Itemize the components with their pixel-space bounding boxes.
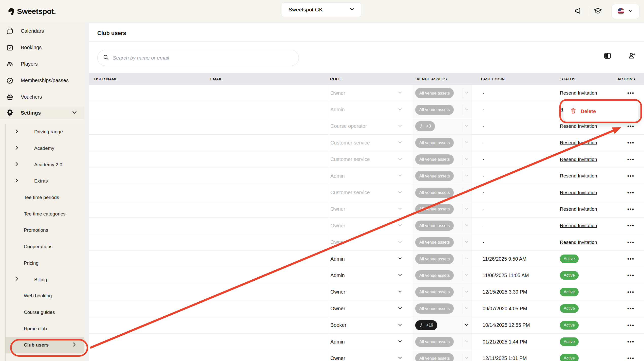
venue-assets-select[interactable]: All venue assets xyxy=(413,218,472,234)
sidebar-item-label: Players xyxy=(21,61,38,67)
column-header-email: EMAIL xyxy=(210,73,222,85)
row-actions-button[interactable]: ••• xyxy=(619,317,643,333)
venue-assets-pill: All venue assets xyxy=(415,237,454,247)
sidebar-item-billing[interactable]: Billing xyxy=(6,271,84,288)
role-select[interactable]: Course operator xyxy=(330,118,413,134)
venue-assets-select[interactable]: All venue assets xyxy=(413,151,472,168)
venue-assets-select[interactable]: All venue assets xyxy=(413,251,472,267)
role-select[interactable]: Owner xyxy=(330,234,413,250)
sidebar-item-pricing[interactable]: Pricing xyxy=(6,255,84,272)
venue-assets-select[interactable]: All venue assets xyxy=(413,201,472,217)
sidebar-item-course-guides[interactable]: Course guides xyxy=(6,304,84,321)
row-actions-button[interactable]: ••• xyxy=(619,168,643,184)
row-actions-button[interactable]: ••• xyxy=(619,151,643,168)
sidebar-item-club-users[interactable]: Club users xyxy=(6,337,84,353)
chevron-down-icon xyxy=(397,123,403,130)
role-select[interactable]: Customer service xyxy=(330,151,413,168)
role-select[interactable]: Admin xyxy=(330,168,413,184)
role-select[interactable]: Customer service xyxy=(330,184,413,201)
resend-invitation-link[interactable]: Resend Invitation xyxy=(560,140,597,146)
sidebar-item-extras[interactable]: Extras xyxy=(6,173,84,189)
sidebar-item-players[interactable]: Players xyxy=(0,56,84,72)
status-cell: Active xyxy=(560,317,579,333)
resend-invitation-link[interactable]: Resend Invitation xyxy=(560,190,597,195)
row-actions-button[interactable]: ••• xyxy=(619,251,643,267)
sidebar-item-memberships-passes[interactable]: Memberships/passes xyxy=(0,72,84,89)
venue-assets-select[interactable]: +19 xyxy=(413,317,472,333)
column-settings-button[interactable] xyxy=(602,51,613,61)
context-menu[interactable]: Delete xyxy=(563,101,638,121)
role-select[interactable]: Admin xyxy=(330,334,413,350)
resend-invitation-link[interactable]: Resend Invitation xyxy=(560,240,597,245)
role-select[interactable]: Owner xyxy=(330,201,413,217)
role-select[interactable]: Owner xyxy=(330,85,413,101)
row-actions-button[interactable]: ••• xyxy=(619,85,643,101)
row-actions-button[interactable]: ••• xyxy=(619,267,643,283)
venue-assets-select[interactable]: +3 xyxy=(413,118,472,134)
venue-assets-select[interactable]: All venue assets xyxy=(413,350,472,361)
row-actions-button[interactable]: ••• xyxy=(619,350,643,361)
sidebar-item-academy-2-0[interactable]: Academy 2.0 xyxy=(6,156,84,173)
row-actions-button[interactable]: ••• xyxy=(619,201,643,217)
announcements-button[interactable] xyxy=(570,3,586,20)
row-actions-button[interactable]: ••• xyxy=(619,218,643,234)
role-select[interactable]: Owner xyxy=(330,300,413,317)
chevron-down-icon xyxy=(464,222,469,229)
resend-invitation-link[interactable]: Resend Invitation xyxy=(560,90,597,96)
row-actions-button[interactable]: ••• xyxy=(619,184,643,201)
role-select[interactable]: Owner xyxy=(330,284,413,300)
venue-assets-select[interactable]: All venue assets xyxy=(413,284,472,300)
row-actions-button[interactable]: ••• xyxy=(619,334,643,350)
club-selector-dropdown[interactable]: Sweetspot GK xyxy=(281,2,361,17)
role-select[interactable]: Admin xyxy=(330,267,413,283)
search-input[interactable] xyxy=(113,55,294,61)
sidebar-item-label: Club users xyxy=(24,342,49,348)
resend-invitation-link[interactable]: Resend Invitation xyxy=(560,157,597,162)
sidebar-item-vouchers[interactable]: Vouchers xyxy=(0,89,84,105)
venue-cell-divider xyxy=(462,88,462,98)
venue-assets-select[interactable]: All venue assets xyxy=(413,135,472,151)
role-select[interactable]: Owner xyxy=(330,218,413,234)
academy-help-button[interactable] xyxy=(590,3,606,20)
sidebar-item-tee-time-categories[interactable]: Tee time categories xyxy=(6,206,84,222)
role-select[interactable]: Admin xyxy=(330,251,413,267)
venue-assets-select[interactable]: All venue assets xyxy=(413,234,472,250)
venue-assets-select[interactable]: All venue assets xyxy=(413,184,472,201)
venue-assets-pill: All venue assets xyxy=(415,105,454,115)
sidebar-item-tee-time-periods[interactable]: Tee time periods xyxy=(6,189,84,206)
venue-assets-pill: +3 xyxy=(415,121,435,131)
resend-invitation-link[interactable]: Resend Invitation xyxy=(560,223,597,228)
sidebar-item-home-club[interactable]: Home club xyxy=(6,320,84,337)
sidebar-item-academy[interactable]: Academy xyxy=(6,140,84,157)
venue-assets-select[interactable]: All venue assets xyxy=(413,334,472,350)
sidebar-item-web-booking[interactable]: Web booking xyxy=(6,288,84,304)
row-actions-button[interactable]: ••• xyxy=(619,300,643,317)
role-select[interactable]: Admin xyxy=(330,101,413,118)
sidebar-item-settings[interactable]: Settings xyxy=(0,107,84,119)
venue-assets-select[interactable]: All venue assets xyxy=(413,101,472,118)
sidebar-item-calendars[interactable]: Calendars xyxy=(0,23,84,39)
user-plus-icon xyxy=(628,52,636,61)
role-select[interactable]: Customer service xyxy=(330,135,413,151)
resend-invitation-link[interactable]: Resend Invitation xyxy=(560,206,597,212)
venue-assets-select[interactable]: All venue assets xyxy=(413,267,472,283)
sidebar-item-driving-range[interactable]: Driving range xyxy=(6,124,84,140)
venue-assets-select[interactable]: All venue assets xyxy=(413,168,472,184)
venue-assets-select[interactable]: All venue assets xyxy=(413,300,472,317)
row-actions-button[interactable]: ••• xyxy=(619,234,643,250)
sidebar-item-cooperations[interactable]: Cooperations xyxy=(6,239,84,255)
settings-submenu: Driving rangeAcademyAcademy 2.0ExtrasTee… xyxy=(5,124,84,361)
column-header-venue-assets: VENUE ASSETS xyxy=(417,73,447,85)
venue-assets-select[interactable]: All venue assets xyxy=(413,85,472,101)
language-selector[interactable] xyxy=(612,4,639,19)
role-select[interactable]: Owner xyxy=(330,350,413,361)
row-actions-button[interactable]: ••• xyxy=(619,284,643,300)
sidebar-item-promotions[interactable]: Promotions xyxy=(6,222,84,239)
add-user-button[interactable] xyxy=(627,51,637,61)
resend-invitation-link[interactable]: Resend Invitation xyxy=(560,123,597,129)
resend-invitation-link[interactable]: Resend Invitation xyxy=(560,173,597,179)
role-select[interactable]: Booker xyxy=(330,317,413,333)
sidebar-item-bookings[interactable]: Bookings xyxy=(0,39,84,56)
delete-menu-item[interactable]: Delete xyxy=(581,109,596,114)
row-actions-button[interactable]: ••• xyxy=(619,135,643,151)
